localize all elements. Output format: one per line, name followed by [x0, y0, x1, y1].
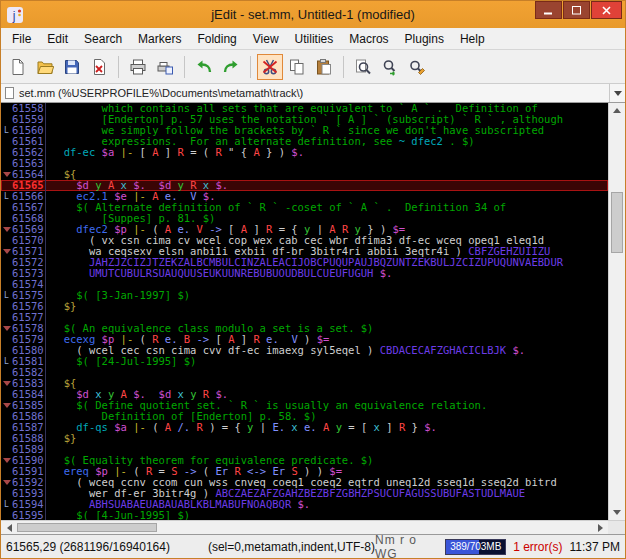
fold-open-icon[interactable]	[1, 477, 12, 488]
editor-line[interactable]: 61580 ( wcel cec csn cima cvv df-ec imae…	[1, 345, 608, 356]
menu-help[interactable]: Help	[452, 29, 493, 49]
fold-open-icon[interactable]	[1, 169, 12, 180]
line-text: $d y A x $. $d y R x $.	[46, 180, 608, 191]
menu-view[interactable]: View	[245, 29, 287, 49]
fold-open-icon[interactable]	[1, 323, 12, 334]
editor-line[interactable]: 61568 [Suppes] p. 81. $)	[1, 213, 608, 224]
menu-file[interactable]: File	[4, 29, 39, 49]
editor-line[interactable]: 61576 $}	[1, 301, 608, 312]
editor-line[interactable]: 61562 df-ec $a |- [ A ] R = ( R " { A } …	[1, 147, 608, 158]
fold-open-icon[interactable]	[1, 224, 12, 235]
vertical-scrollbar[interactable]	[608, 103, 625, 520]
menu-plugins[interactable]: Plugins	[397, 29, 452, 49]
editor-line[interactable]: L61560 we simply follow the brackets by …	[1, 125, 608, 136]
line-text: ereq $p |- ( R = S -> ( Er R <-> Er S ) …	[46, 466, 608, 477]
redo-button[interactable]	[218, 54, 244, 80]
editor-line[interactable]: 61578 $( An equivalence class modulo a s…	[1, 323, 608, 334]
editor-line[interactable]: 61595 $( [4-Jun-1995] $)	[1, 510, 608, 520]
find-button[interactable]	[350, 54, 376, 80]
editor-line[interactable]: 61559 [Enderton] p. 57 uses the notation…	[1, 114, 608, 125]
vertical-scroll-track[interactable]	[609, 118, 625, 505]
cut-button[interactable]	[257, 54, 283, 80]
title-bar[interactable]: j jEdit - set.mm, Untitled-1 (modified)	[1, 1, 625, 28]
editor-line[interactable]: 61564 ${	[1, 169, 608, 180]
editor-line[interactable]: 61571 wa ceqsexv elsn anbi1i exbii df-br…	[1, 246, 608, 257]
vertical-scroll-thumb[interactable]	[611, 192, 623, 254]
memory-indicator[interactable]: 389/703MB	[445, 539, 506, 555]
fold-open-icon[interactable]	[1, 400, 12, 411]
horizontal-scroll-track[interactable]	[17, 521, 592, 534]
save-file-button[interactable]	[59, 54, 85, 80]
editor-line[interactable]: 61577	[1, 312, 608, 323]
editor-line[interactable]: 61579 ecexg $p |- ( R e. B -> [ A ] R e.…	[1, 334, 608, 345]
editor-line[interactable]: 61569 dfec2 $p |- ( A e. V -> [ A ] R = …	[1, 224, 608, 235]
open-file-button[interactable]	[32, 54, 58, 80]
editor-line[interactable]: 61567 $( Alternate definition of ` R ` -…	[1, 202, 608, 213]
editor-line[interactable]: 61593 wer df-er 3bitr4g ) ABCZAEZAFZGAHZ…	[1, 488, 608, 499]
editor-line[interactable]: 61590 $( Equality theorem for equivalenc…	[1, 455, 608, 466]
editor-line[interactable]: 61592 ( wceq ccnv ccom cun wss cnveq coe…	[1, 477, 608, 488]
minimize-button[interactable]	[535, 1, 562, 19]
editor-line[interactable]: 61565 $d y A x $. $d y R x $.	[1, 180, 608, 191]
error-count[interactable]: 1 error(s)	[513, 540, 562, 554]
horizontal-scroll-thumb[interactable]	[17, 523, 157, 532]
line-text: expressions. For an alternate definition…	[46, 136, 608, 147]
editor-line[interactable]: 61588 $}	[1, 433, 608, 444]
line-text: $}	[46, 301, 608, 312]
new-file-button[interactable]	[5, 54, 31, 80]
gutter-marker-space	[1, 103, 12, 114]
fold-open-icon[interactable]	[1, 455, 12, 466]
scroll-up-button[interactable]	[609, 103, 625, 118]
editor-line[interactable]: 61589	[1, 444, 608, 455]
editor-line[interactable]: 61572 JAHZJZCIZJTZEKZALBCMBULCINZALEACIJ…	[1, 257, 608, 268]
editor-line[interactable]: 61584 $d x y A $. $d x y R $.	[1, 389, 608, 400]
menu-markers[interactable]: Markers	[130, 29, 189, 49]
editor-flags[interactable]: Nm r o WG	[375, 533, 438, 559]
buffer-dropdown-button[interactable]	[609, 84, 625, 102]
editor-line[interactable]: L61581 $( [24-Jul-1995] $)	[1, 356, 608, 367]
maximize-button[interactable]	[563, 1, 590, 19]
line-text: $d x y A $. $d x y R $.	[46, 389, 608, 400]
editor-line[interactable]: 61561 expressions. For an alternate defi…	[1, 136, 608, 147]
buffer-switcher[interactable]: set.mm (%USERPROFILE%\Documents\metamath…	[1, 84, 625, 103]
editor-line[interactable]: 61585 $( Define quotient set. ` R ` is u…	[1, 400, 608, 411]
undo-button[interactable]	[191, 54, 217, 80]
editor-line[interactable]: 61591 ereq $p |- ( R = S -> ( Er R <-> E…	[1, 466, 608, 477]
editor-line[interactable]: 61582	[1, 367, 608, 378]
fold-open-icon[interactable]	[1, 246, 12, 257]
editor-line[interactable]: 61587 df-qs $a |- ( A /. R ) = { y | E. …	[1, 422, 608, 433]
menu-folding[interactable]: Folding	[189, 29, 244, 49]
gutter-marker-space	[1, 279, 12, 290]
editor-line[interactable]: 61570 ( vx csn cima cv wcel cop wex cab …	[1, 235, 608, 246]
paste-button[interactable]	[311, 54, 337, 80]
print-button[interactable]	[125, 54, 151, 80]
menu-edit[interactable]: Edit	[39, 29, 76, 49]
editor-line[interactable]: L61594 ABHSUABAEUABAUABLKBLMABUFNOAQBQR …	[1, 499, 608, 510]
editor-line[interactable]: 61586 Definition of [Enderton] p. 58. $)	[1, 411, 608, 422]
text-area[interactable]: 61558 which contains all sets that are e…	[1, 103, 625, 520]
line-text	[46, 444, 608, 455]
line-text: [Enderton] p. 57 uses the notation ` [ A…	[46, 114, 608, 125]
menu-search[interactable]: Search	[76, 29, 130, 49]
scroll-left-button[interactable]	[1, 521, 17, 534]
menu-macros[interactable]: Macros	[341, 29, 396, 49]
buffer-file-icon	[5, 87, 14, 99]
editor-line[interactable]: 61583 ${	[1, 378, 608, 389]
editor-line[interactable]: 61558 which contains all sets that are e…	[1, 103, 608, 114]
editor-line[interactable]: 61574	[1, 279, 608, 290]
scroll-down-button[interactable]	[609, 505, 625, 520]
fold-open-icon[interactable]	[1, 378, 12, 389]
editor-line[interactable]: 61573 UMUTCUBULRSUAUQUUSEUKUUNREBUBUOUDB…	[1, 268, 608, 279]
replace-button[interactable]	[404, 54, 430, 80]
editor-line[interactable]: L61575 $( [3-Jan-1997] $)	[1, 290, 608, 301]
page-setup-button[interactable]	[152, 54, 178, 80]
editor-line[interactable]: 61563	[1, 158, 608, 169]
editor-line[interactable]: L61566 ec2.1 $e |- A e. _V $.	[1, 191, 608, 202]
horizontal-scrollbar[interactable]	[1, 520, 625, 534]
line-text: $( Equality theorem for equivalence pred…	[46, 455, 608, 466]
close-buffer-button[interactable]	[86, 54, 112, 80]
menu-utilities[interactable]: Utilities	[287, 29, 342, 49]
close-button[interactable]	[591, 1, 622, 19]
copy-button[interactable]	[284, 54, 310, 80]
find-next-button[interactable]	[377, 54, 403, 80]
